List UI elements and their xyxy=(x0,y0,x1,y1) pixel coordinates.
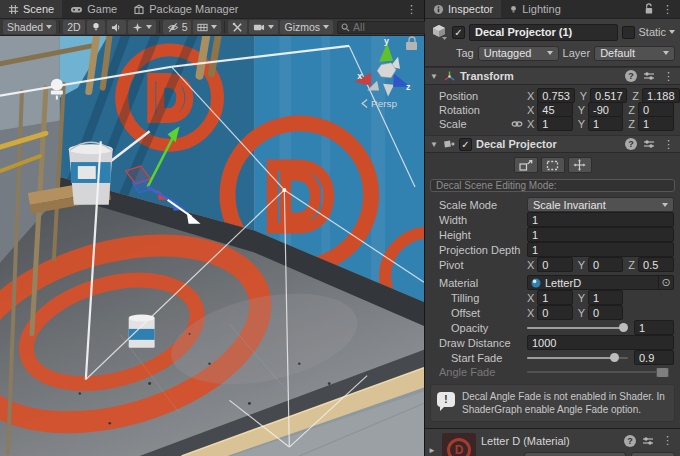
static-caret-icon[interactable] xyxy=(669,30,675,34)
y-axis-label[interactable]: Y xyxy=(578,118,585,130)
draw-distance-field[interactable]: 1000 xyxy=(527,335,674,350)
shader-dropdown[interactable]: Shader Graphs/Decal xyxy=(524,452,626,456)
rotation-label[interactable]: Rotation xyxy=(439,104,527,116)
layer-dropdown[interactable]: Default xyxy=(594,46,675,61)
opacity-value-field[interactable]: 1 xyxy=(634,320,674,335)
opacity-slider-knob[interactable] xyxy=(619,323,628,332)
inspector-menu-icon[interactable]: ⋮ xyxy=(660,3,675,16)
x-axis-label[interactable]: X xyxy=(527,90,534,102)
component-menu-icon[interactable]: ⋮ xyxy=(661,70,676,83)
help-icon[interactable]: ? xyxy=(624,435,636,447)
object-picker-icon[interactable]: ⊙ xyxy=(658,276,673,289)
pivot-x-field[interactable]: 0 xyxy=(537,257,572,272)
grid-visibility-dropdown[interactable] xyxy=(193,20,221,34)
scene-viewport[interactable]: D D xyxy=(0,36,424,456)
z-axis-label[interactable]: Z xyxy=(628,118,635,130)
projection-depth-label[interactable]: Projection Depth xyxy=(439,244,527,256)
pivot-edit-mode-button[interactable] xyxy=(568,157,592,173)
width-field[interactable]: 1 xyxy=(527,212,674,227)
y-axis-label[interactable]: Y xyxy=(578,292,585,304)
scale-label[interactable]: Scale xyxy=(439,118,511,130)
material-foldout-icon[interactable]: ► xyxy=(427,446,437,455)
x-axis-label[interactable]: X xyxy=(527,259,534,271)
draw-distance-label[interactable]: Draw Distance xyxy=(439,337,527,349)
help-icon[interactable]: ? xyxy=(625,138,637,150)
gameobject-cube-icon[interactable] xyxy=(430,23,448,41)
pivot-y-field[interactable]: 0 xyxy=(588,257,623,272)
decal-projector-header[interactable]: ▼ ✓ Decal Projector ? ⋮ xyxy=(425,135,680,153)
static-checkbox[interactable] xyxy=(622,26,635,39)
hidden-objects-button[interactable]: 5 xyxy=(163,20,192,34)
opacity-slider[interactable] xyxy=(527,327,628,329)
z-axis-label[interactable]: Z xyxy=(628,259,635,271)
position-z-field[interactable]: 1.188 xyxy=(642,88,680,103)
gizmos-dropdown[interactable]: Gizmos xyxy=(280,20,333,34)
start-fade-slider[interactable] xyxy=(527,357,628,359)
z-axis-label[interactable]: Z xyxy=(632,90,639,102)
shader-edit-button[interactable]: Edit... xyxy=(631,452,675,456)
material-thumbnail[interactable]: D xyxy=(442,433,476,456)
tab-lighting[interactable]: Lighting xyxy=(501,0,569,18)
opacity-label[interactable]: Opacity xyxy=(451,322,527,334)
presets-icon[interactable] xyxy=(643,71,655,81)
scene-tools-button[interactable] xyxy=(228,20,247,34)
tab-scene[interactable]: Scene xyxy=(0,0,62,18)
x-axis-label[interactable]: X xyxy=(527,292,534,304)
start-fade-label[interactable]: Start Fade xyxy=(451,352,527,364)
y-axis-label[interactable]: Y xyxy=(578,307,585,319)
scene-panel-menu-icon[interactable]: ⋮ xyxy=(404,3,419,16)
tag-dropdown[interactable]: Untagged xyxy=(478,46,559,61)
unlock-icon[interactable] xyxy=(643,3,654,15)
material-menu-icon[interactable]: ⋮ xyxy=(660,434,675,447)
decal-projector-enabled-checkbox[interactable]: ✓ xyxy=(459,138,472,151)
material-object-field[interactable]: LetterD ⊙ xyxy=(527,275,674,290)
position-y-field[interactable]: 0.517 xyxy=(590,88,627,103)
scale-mode-dropdown[interactable]: Scale Invariant xyxy=(527,197,674,212)
scale-edit-mode-button[interactable] xyxy=(514,157,538,173)
height-label[interactable]: Height xyxy=(439,229,527,241)
crop-edit-mode-button[interactable] xyxy=(541,157,565,173)
scale-y-field[interactable]: 1 xyxy=(588,116,623,131)
rotation-x-field[interactable]: 45 xyxy=(537,102,572,117)
component-menu-icon[interactable]: ⋮ xyxy=(661,138,676,151)
position-label[interactable]: Position xyxy=(439,90,527,102)
start-fade-value-field[interactable]: 0.9 xyxy=(634,350,674,365)
presets-icon[interactable] xyxy=(642,436,654,446)
width-label[interactable]: Width xyxy=(439,214,527,226)
height-field[interactable]: 1 xyxy=(527,227,674,242)
link-scale-icon[interactable] xyxy=(511,119,523,129)
rotation-z-field[interactable]: 0 xyxy=(638,102,674,117)
x-axis-label[interactable]: X xyxy=(527,104,534,116)
scene-audio-toggle[interactable] xyxy=(107,20,126,34)
tilling-label[interactable]: Tilling xyxy=(451,292,527,304)
scale-z-field[interactable]: 1 xyxy=(638,116,674,131)
presets-icon[interactable] xyxy=(643,139,655,149)
x-axis-label[interactable]: X xyxy=(527,307,534,319)
rotation-y-field[interactable]: -90 xyxy=(588,102,623,117)
transform-header[interactable]: ▼ Transform ? ⋮ xyxy=(425,67,680,85)
position-x-field[interactable]: 0.753 xyxy=(537,88,574,103)
tilling-x-field[interactable]: 1 xyxy=(537,290,572,305)
pivot-z-field[interactable]: 0.5 xyxy=(638,257,674,272)
scale-x-field[interactable]: 1 xyxy=(537,116,572,131)
projection-mode-label[interactable]: Persp xyxy=(371,99,397,110)
foldout-icon[interactable]: ▼ xyxy=(429,140,439,149)
scene-lighting-toggle[interactable] xyxy=(87,20,105,34)
tilling-y-field[interactable]: 1 xyxy=(588,290,623,305)
projection-depth-field[interactable]: 1 xyxy=(527,242,674,257)
offset-y-field[interactable]: 0 xyxy=(588,305,623,320)
x-axis-label[interactable]: X xyxy=(527,118,534,130)
tab-package-manager[interactable]: Package Manager xyxy=(125,0,246,18)
z-axis-label[interactable]: Z xyxy=(628,104,635,116)
start-fade-slider-knob[interactable] xyxy=(610,353,619,362)
tab-game[interactable]: Game xyxy=(62,0,125,18)
shading-mode-dropdown[interactable]: Shaded xyxy=(3,20,56,34)
offset-x-field[interactable]: 0 xyxy=(537,305,572,320)
scene-camera-dropdown[interactable] xyxy=(249,20,278,34)
y-axis-label[interactable]: Y xyxy=(578,259,585,271)
toggle-2d-button[interactable]: 2D xyxy=(63,20,84,34)
help-icon[interactable]: ? xyxy=(625,70,637,82)
pivot-label[interactable]: Pivot xyxy=(439,259,527,271)
gameobject-active-checkbox[interactable]: ✓ xyxy=(452,26,465,39)
y-axis-label[interactable]: Y xyxy=(580,90,587,102)
